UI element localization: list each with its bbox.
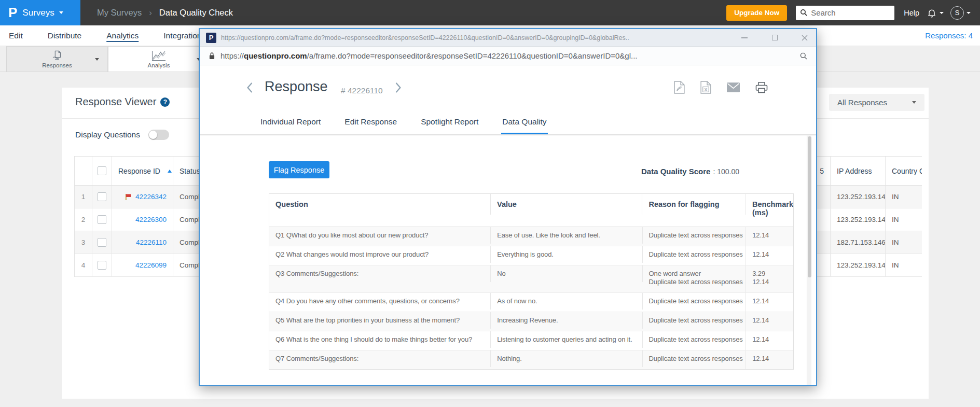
export-excel-icon[interactable]: X <box>700 81 711 94</box>
country-code-cell: IN <box>886 208 922 231</box>
ip-address-cell: 123.252.193.148 <box>831 254 886 276</box>
export-pdf-icon[interactable] <box>674 81 685 94</box>
value-cell: No <box>491 265 642 282</box>
previous-response-button[interactable] <box>246 81 257 94</box>
response-tab[interactable]: Individual Report <box>259 111 322 134</box>
window-titlebar[interactable]: P https://questionpro.com/a/frame.do?mod… <box>200 29 816 47</box>
table-row: 123.252.193.148 IN <box>802 186 922 208</box>
responses-table-body-right: 123.252.193.148 IN 123.252.193.148 IN 18… <box>802 186 922 277</box>
print-icon[interactable] <box>755 81 768 93</box>
quality-table: Question Value Reason for flagging Bench… <box>269 193 794 370</box>
quality-table-row: Q4 Do you have any other comments, quest… <box>269 293 793 312</box>
response-id-link[interactable]: 42226300 <box>135 216 167 223</box>
quality-table-row: Q1 QWhat do you like most about our new … <box>269 227 793 246</box>
score-label: Data Quality Score <box>641 167 710 176</box>
ip-address-header[interactable]: IP Address <box>831 157 886 185</box>
row-number: 2 <box>75 208 92 231</box>
benchmark-cell: 3.29 12.14 <box>746 265 793 290</box>
product-switcher[interactable]: P Surveys <box>0 0 80 25</box>
zoom-search-icon[interactable] <box>799 52 808 60</box>
close-icon <box>801 34 808 41</box>
response-id-cell: 42226342 <box>112 186 173 208</box>
score-value: : 100.00 <box>713 167 739 176</box>
country-code-cell: IN <box>886 231 922 254</box>
lock-icon <box>209 52 215 60</box>
benchmark-cell: 12.14 <box>746 331 793 348</box>
select-all-checkbox[interactable] <box>98 166 106 175</box>
survey-nav-tab[interactable]: Edit <box>9 25 23 46</box>
table-row: 123.252.193.148 IN <box>802 208 922 231</box>
ip-address-cell: 123.252.193.148 <box>831 186 886 208</box>
flag-response-button[interactable]: Flag Response <box>269 161 329 178</box>
breadcrumb-my-surveys[interactable]: My Surveys <box>97 8 142 18</box>
help-circle-icon[interactable]: ? <box>160 97 170 107</box>
questionpro-favicon: P <box>206 33 216 43</box>
flag-icon <box>125 193 132 201</box>
benchmark-cell: 12.14 <box>746 246 793 263</box>
toggle-knob <box>149 131 157 139</box>
scrollbar-thumb[interactable] <box>808 136 811 277</box>
chevron-down-icon <box>967 12 971 14</box>
avatar: S <box>950 6 964 20</box>
reason-header: Reason for flagging <box>642 194 746 215</box>
address-url[interactable]: https://questionpro.com/a/frame.do?mode=… <box>220 51 799 60</box>
upgrade-now-button[interactable]: Upgrade Now <box>726 5 787 21</box>
survey-nav-tab[interactable]: Integration <box>163 25 201 46</box>
display-questions-label: Display Questions <box>75 130 140 139</box>
response-tab[interactable]: Data Quality <box>501 111 547 134</box>
tile-label: Analysis <box>148 62 170 68</box>
maximize-button[interactable] <box>770 34 779 42</box>
value-header: Value <box>491 194 642 215</box>
row-checkbox[interactable] <box>98 192 106 201</box>
chevron-right-icon <box>395 81 402 94</box>
responses-count[interactable]: Responses: 4 <box>925 31 980 40</box>
url-domain: questionpro.com <box>244 51 307 60</box>
display-questions-row: Display Questions <box>75 130 169 140</box>
global-search[interactable] <box>796 6 894 20</box>
benchmark-cell: 12.14 <box>746 293 793 310</box>
reason-cell: Duplicate text across responses <box>643 312 747 331</box>
value-cell: Nothing. <box>491 350 642 367</box>
row-checkbox[interactable] <box>98 261 106 270</box>
close-button[interactable] <box>800 34 809 42</box>
response-id-header[interactable]: Response ID <box>112 157 173 185</box>
email-icon[interactable] <box>727 82 740 92</box>
responses-filter-dropdown[interactable]: All Responses <box>829 94 924 111</box>
table-row: 123.252.193.148 IN <box>802 254 922 277</box>
survey-nav-tabs: Edit Distribute Analytics Integration <box>9 25 201 46</box>
country-code-header[interactable]: Country Co <box>886 157 922 185</box>
help-link[interactable]: Help <box>904 9 919 17</box>
row-checkbox[interactable] <box>98 238 106 247</box>
row-checkbox-cell <box>92 186 112 208</box>
minimize-button[interactable] <box>740 34 749 42</box>
survey-nav-tab[interactable]: Distribute <box>48 25 81 46</box>
report-doc-icon <box>51 50 63 61</box>
account-menu[interactable]: S <box>950 6 971 20</box>
chevron-left-icon <box>246 81 253 94</box>
row-checkbox-cell <box>92 208 112 231</box>
survey-nav-tab[interactable]: Analytics <box>106 25 139 46</box>
toolbar-tile-responses[interactable]: Responses <box>6 46 108 72</box>
product-label: Surveys <box>22 8 54 18</box>
next-response-button[interactable] <box>395 81 405 94</box>
response-id-link[interactable]: 42226099 <box>135 261 167 269</box>
row-checkbox[interactable] <box>98 215 106 224</box>
breadcrumb-separator: › <box>149 8 152 18</box>
table-row: 182.71.153.146 IN <box>802 231 922 254</box>
question-header: Question <box>269 194 491 215</box>
response-tab[interactable]: Edit Response <box>343 111 398 134</box>
toolbar-tile-analysis[interactable]: Analysis <box>108 46 210 72</box>
benchmark-cell: 12.14 <box>746 227 793 244</box>
response-tab[interactable]: Spotlight Report <box>420 111 479 134</box>
page-title-row: Response Viewer ? <box>75 96 170 108</box>
response-title: Response <box>265 79 328 95</box>
notifications-menu[interactable] <box>927 8 944 18</box>
value-cell: As of now no. <box>491 293 642 310</box>
address-bar[interactable]: https://questionpro.com/a/frame.do?mode=… <box>200 47 816 65</box>
search-input[interactable] <box>811 8 884 17</box>
response-id-link[interactable]: 42226110 <box>136 238 167 246</box>
value-cell: Listening to customer queries and acting… <box>491 331 642 348</box>
display-questions-toggle[interactable] <box>148 130 169 140</box>
response-id-link[interactable]: 42226342 <box>135 193 167 201</box>
modal-scrollbar[interactable] <box>807 135 811 385</box>
